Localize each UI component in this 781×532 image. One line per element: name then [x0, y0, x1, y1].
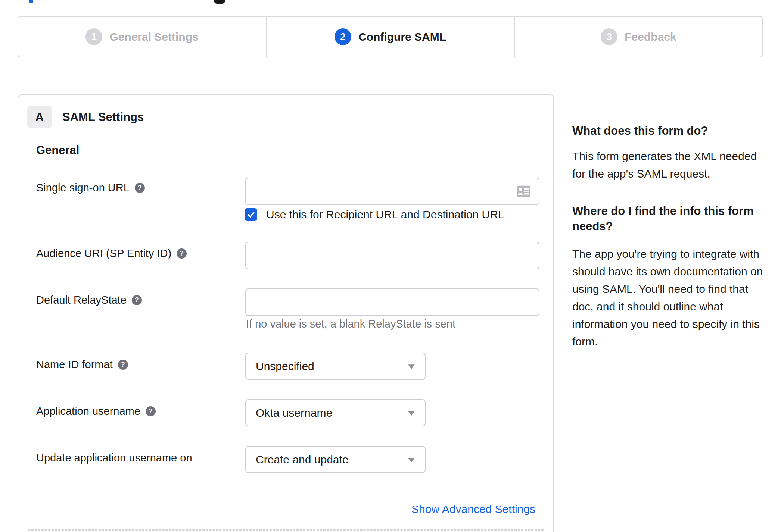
sso-url-label: Single sign-on URL	[36, 182, 130, 194]
sso-url-input[interactable]	[245, 178, 539, 205]
step-number-badge: 3	[601, 28, 617, 45]
cutoff-header-icon-fragment	[214, 0, 225, 4]
step-number-badge: 1	[85, 28, 102, 45]
app-username-select[interactable]: Okta username	[245, 399, 426, 426]
chevron-down-icon	[408, 458, 415, 462]
relaystate-label-row: Default RelayState ?	[36, 293, 142, 307]
step-label: Configure SAML	[358, 31, 446, 43]
app-username-label-row: Application username ?	[36, 404, 156, 418]
sso-url-input-wrap	[245, 178, 539, 205]
app-username-label: Application username	[36, 405, 140, 417]
update-username-value: Create and update	[256, 453, 349, 466]
chevron-down-icon	[408, 364, 415, 369]
sso-url-label-row: Single sign-on URL ?	[36, 181, 145, 194]
saml-settings-panel: A SAML Settings General Single sign-on U…	[18, 94, 554, 532]
sidebar-heading-what: What does this form do?	[572, 123, 766, 138]
help-icon[interactable]: ?	[177, 248, 187, 259]
nameid-format-label: Name ID format	[36, 359, 113, 371]
recipient-url-checkbox[interactable]	[245, 208, 257, 221]
step-label: Feedback	[625, 31, 676, 43]
step-number-badge: 2	[335, 28, 351, 45]
help-icon[interactable]: ?	[118, 360, 128, 370]
wizard-step-general-settings[interactable]: 1 General Settings	[18, 17, 266, 57]
update-username-label-row: Update application username on	[36, 451, 192, 464]
audience-uri-label: Audience URI (SP Entity ID)	[36, 247, 171, 260]
recipient-url-checkbox-label: Use this for Recipient URL and Destinati…	[266, 208, 504, 221]
update-username-select[interactable]: Create and update	[245, 446, 426, 473]
okta-configure-saml-screen: 1 General Settings 2 Configure SAML 3 Fe…	[0, 0, 781, 532]
cutoff-title-fragment	[29, 0, 33, 3]
panel-title: SAML Settings	[62, 106, 144, 128]
section-a-badge: A	[27, 106, 52, 128]
nameid-format-value: Unspecified	[256, 360, 314, 373]
audience-uri-input[interactable]	[245, 242, 539, 269]
help-icon[interactable]: ?	[146, 406, 156, 416]
sidebar-body-where: The app you're trying to integrate with …	[572, 245, 766, 350]
relaystate-input[interactable]	[245, 288, 539, 316]
step-label: General Settings	[109, 31, 198, 43]
general-section-heading: General	[36, 144, 79, 157]
wizard-steps: 1 General Settings 2 Configure SAML 3 Fe…	[18, 16, 763, 57]
app-username-value: Okta username	[256, 407, 332, 419]
sidebar-body-what: This form generates the XML needed for t…	[572, 147, 766, 182]
show-advanced-settings-link[interactable]: Show Advanced Settings	[411, 503, 535, 516]
section-dashed-divider	[28, 529, 544, 531]
relaystate-label: Default RelayState	[36, 294, 127, 306]
help-icon[interactable]: ?	[135, 183, 145, 193]
audience-uri-label-row: Audience URI (SP Entity ID) ?	[36, 247, 187, 260]
help-icon[interactable]: ?	[132, 295, 142, 305]
help-sidebar: What does this form do? This form genera…	[572, 123, 766, 350]
relaystate-hint: If no value is set, a blank RelayState i…	[246, 318, 455, 330]
checkmark-icon	[246, 210, 255, 219]
sidebar-heading-where: Where do I find the info this form needs…	[572, 203, 766, 234]
update-username-label: Update application username on	[36, 452, 192, 464]
wizard-step-configure-saml[interactable]: 2 Configure SAML	[266, 17, 514, 57]
wizard-step-feedback[interactable]: 3 Feedback	[514, 17, 762, 57]
chevron-down-icon	[408, 411, 415, 416]
nameid-format-label-row: Name ID format ?	[36, 358, 128, 371]
nameid-format-select[interactable]: Unspecified	[245, 353, 426, 380]
